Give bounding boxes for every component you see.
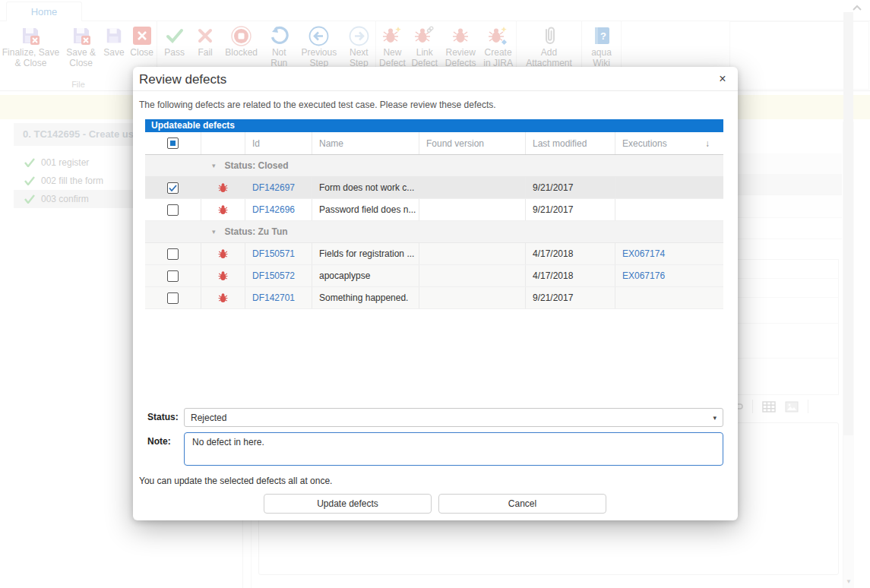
column-header-found-version[interactable]: Found version	[419, 132, 526, 154]
defect-id-link[interactable]: DF142697	[252, 182, 295, 193]
row-checkbox-unchecked[interactable]	[167, 248, 179, 260]
found-version-cell	[419, 243, 526, 264]
dialog-close-button[interactable]: ×	[715, 71, 730, 87]
column-header-executions[interactable]: Executions ↓	[615, 132, 723, 154]
dialog-hint: You can update the selected defects all …	[139, 476, 332, 486]
defect-bug-icon	[218, 292, 228, 304]
status-select[interactable]: Rejected ▾	[184, 408, 723, 427]
table-caption: Updateable defects	[145, 119, 723, 132]
execution-cell	[615, 287, 723, 308]
note-field-label: Note:	[147, 436, 181, 447]
row-checkbox-unchecked[interactable]	[167, 292, 179, 304]
row-select-cell	[145, 177, 201, 198]
found-version-cell	[419, 287, 526, 308]
table-row[interactable]: DF142701 Something happened. 9/21/2017	[145, 287, 723, 309]
status-selected-value: Rejected	[191, 413, 226, 423]
defect-name-cell: Something happened.	[312, 287, 419, 308]
row-select-cell	[145, 243, 201, 264]
row-checkbox-unchecked[interactable]	[167, 270, 179, 282]
row-type-cell	[201, 243, 245, 264]
last-modified-cell: 9/21/2017	[526, 287, 615, 308]
group-row-zu-tun[interactable]: ▾ Status: Zu Tun	[145, 221, 723, 243]
execution-link[interactable]: EX067174	[622, 248, 665, 259]
table-header-row: Id Name Found version Last modified Exec…	[145, 132, 723, 155]
row-select-cell	[145, 287, 201, 308]
status-field-label: Status:	[147, 412, 181, 422]
last-modified-cell: 4/17/2018	[526, 265, 615, 286]
dropdown-caret-icon: ▾	[713, 414, 717, 422]
table-row[interactable]: DF142696 Password field does n... 9/21/2…	[145, 199, 723, 221]
update-defects-button[interactable]: Update defects	[264, 494, 432, 514]
defect-id-link[interactable]: DF150571	[252, 248, 295, 259]
row-checkbox-checked[interactable]	[167, 182, 179, 194]
group-row-closed[interactable]: ▾ Status: Closed	[145, 155, 723, 177]
review-defects-dialog: Review defects × The following defects a…	[133, 67, 738, 520]
table-row[interactable]: DF150572 apocaplypse 4/17/2018 EX067176	[145, 265, 723, 287]
execution-cell	[615, 177, 723, 198]
defect-id-link[interactable]: DF142701	[252, 292, 295, 303]
execution-link[interactable]: EX067176	[622, 270, 665, 281]
collapse-caret-icon[interactable]: ▾	[212, 228, 216, 236]
collapse-caret-icon[interactable]: ▾	[212, 162, 216, 169]
select-all-cell	[145, 132, 201, 154]
column-header-last-modified[interactable]: Last modified	[526, 132, 615, 154]
defect-name-cell: apocaplypse	[312, 265, 419, 286]
group-label: Status: Closed	[225, 160, 289, 171]
dialog-title-divider	[133, 90, 738, 91]
table-row[interactable]: DF142697 Form does not work c... 9/21/20…	[145, 177, 723, 199]
group-label: Status: Zu Tun	[225, 226, 288, 237]
row-select-cell	[145, 199, 201, 220]
defect-id-link[interactable]: DF142696	[252, 204, 295, 215]
dialog-title: Review defects	[139, 72, 226, 87]
defect-bug-icon	[218, 182, 228, 194]
last-modified-cell: 4/17/2018	[526, 243, 615, 264]
defect-bug-icon	[218, 204, 228, 216]
row-type-cell	[201, 265, 245, 286]
check-mark	[169, 185, 177, 191]
last-modified-cell: 9/21/2017	[526, 199, 615, 220]
last-modified-cell: 9/21/2017	[526, 177, 615, 198]
row-checkbox-unchecked[interactable]	[167, 204, 179, 216]
found-version-cell	[419, 177, 526, 198]
column-label: Executions	[622, 138, 667, 149]
defect-bug-icon	[218, 270, 228, 282]
table-row[interactable]: DF150571 Fields for registration ... 4/1…	[145, 243, 723, 265]
execution-cell	[615, 199, 723, 220]
defect-id-link[interactable]: DF150572	[252, 270, 295, 281]
column-header-name[interactable]: Name	[312, 132, 419, 154]
indeterminate-mark	[170, 141, 176, 146]
row-select-cell	[145, 265, 201, 286]
defect-name-cell: Password field does n...	[312, 199, 419, 220]
row-type-cell	[201, 177, 245, 198]
found-version-cell	[419, 199, 526, 220]
row-type-cell	[201, 199, 245, 220]
sort-descending-icon[interactable]: ↓	[705, 138, 723, 149]
defects-table: Updateable defects Id Name Found version…	[145, 119, 723, 309]
defect-bug-icon	[218, 248, 228, 260]
icon-column-header[interactable]	[201, 132, 245, 154]
dialog-description: The following defects are related to the…	[139, 100, 496, 110]
cancel-button[interactable]: Cancel	[438, 494, 606, 514]
column-header-id[interactable]: Id	[245, 132, 312, 154]
row-type-cell	[201, 287, 245, 308]
defect-name-cell: Fields for registration ...	[312, 243, 419, 264]
defect-name-cell: Form does not work c...	[312, 177, 419, 198]
note-textarea[interactable]: No defect in here.	[184, 432, 723, 466]
select-all-checkbox[interactable]	[167, 138, 179, 149]
found-version-cell	[419, 265, 526, 286]
